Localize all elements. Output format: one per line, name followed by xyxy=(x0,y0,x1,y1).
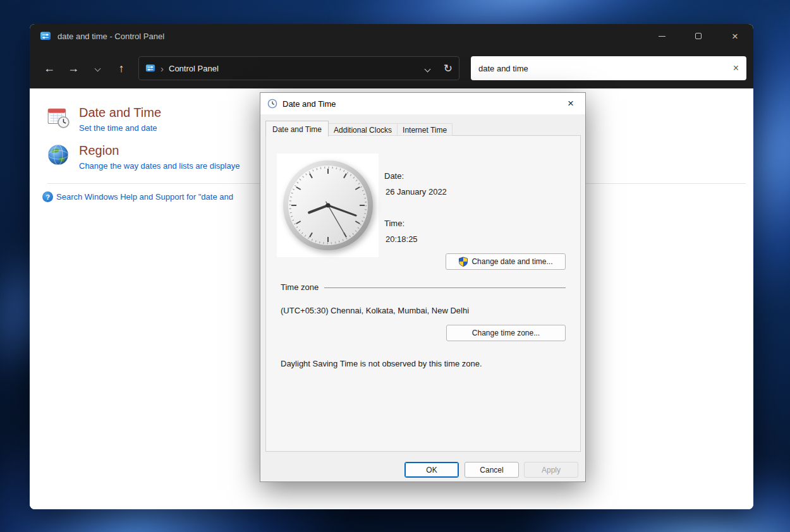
time-value: 20:18:25 xyxy=(386,234,418,244)
tab-page: Date: 26 January 2022 Time: 20:18:25 Cha… xyxy=(265,135,581,452)
change-date-time-label: Change date and time... xyxy=(471,257,552,266)
back-icon: ← xyxy=(44,62,55,75)
breadcrumb-control-panel[interactable]: Control Panel xyxy=(169,64,219,73)
tab-date-and-time[interactable]: Date and Time xyxy=(265,121,329,136)
timezone-divider xyxy=(324,287,566,288)
maximize-button[interactable] xyxy=(680,24,717,48)
chevron-down-icon xyxy=(424,66,430,72)
refresh-button[interactable]: ↻ xyxy=(444,62,453,75)
result-date-time: Date and Time Set the time and date xyxy=(46,105,161,133)
change-date-time-button[interactable]: Change date and time... xyxy=(446,253,566,270)
dialog-tabs: Date and Time Additional Clocks Internet… xyxy=(265,121,453,136)
result-sub-link[interactable]: Change the way dates and lists are displ… xyxy=(79,161,240,171)
dialog-titlebar: Date and Time × xyxy=(260,93,585,114)
back-button[interactable]: ← xyxy=(37,57,61,80)
close-icon: × xyxy=(732,31,738,42)
change-timezone-button[interactable]: Change time zone... xyxy=(446,325,566,341)
breadcrumb-separator-icon: › xyxy=(161,63,164,74)
forward-icon: → xyxy=(68,62,79,75)
help-link[interactable]: Search Windows Help and Support for "dat… xyxy=(56,192,233,202)
search-input[interactable] xyxy=(478,64,728,73)
date-time-dialog: Date and Time × Date and Time Additional… xyxy=(260,92,586,482)
change-timezone-label: Change time zone... xyxy=(472,329,540,337)
dst-note: Daylight Saving Time is not observed by … xyxy=(281,359,482,368)
help-row: ? Search Windows Help and Support for "d… xyxy=(42,191,233,202)
address-bar[interactable]: › Control Panel ↻ xyxy=(138,56,459,80)
dialog-title: Date and Time xyxy=(283,99,336,109)
timezone-group-label: Time zone xyxy=(281,282,319,292)
up-button[interactable]: ↑ xyxy=(109,57,133,80)
time-label: Time: xyxy=(384,219,404,228)
cancel-button[interactable]: Cancel xyxy=(465,462,519,478)
timezone-value: (UTC+05:30) Chennai, Kolkata, Mumbai, Ne… xyxy=(281,306,469,315)
control-panel-icon xyxy=(40,30,51,42)
analog-clock xyxy=(277,154,379,257)
search-box[interactable]: × xyxy=(471,56,746,80)
help-icon[interactable]: ? xyxy=(42,191,53,202)
window-title: date and time - Control Panel xyxy=(58,32,164,41)
result-region: Region Change the way dates and lists ar… xyxy=(46,143,240,171)
control-panel-icon-small xyxy=(145,63,155,73)
forward-button[interactable]: → xyxy=(61,57,85,80)
up-icon: ↑ xyxy=(119,62,125,75)
tab-additional-clocks[interactable]: Additional Clocks xyxy=(329,123,398,136)
chevron-down-icon xyxy=(94,65,100,71)
tab-internet-time[interactable]: Internet Time xyxy=(398,123,453,136)
date-value: 26 January 2022 xyxy=(386,187,447,196)
caption-buttons: × xyxy=(643,24,753,48)
clear-search-button[interactable]: × xyxy=(733,63,739,74)
toolbar: ← → ↑ › Control Panel ↻ × xyxy=(30,48,753,88)
result-title-link[interactable]: Date and Time xyxy=(79,105,161,120)
dialog-close-button[interactable]: × xyxy=(556,93,585,114)
window-titlebar: date and time - Control Panel × xyxy=(30,24,753,48)
globe-icon[interactable] xyxy=(46,143,70,167)
minimize-icon xyxy=(659,36,665,37)
date-label: Date: xyxy=(384,171,404,181)
recent-pages-button[interactable] xyxy=(85,57,109,80)
close-button[interactable]: × xyxy=(717,24,753,48)
apply-button[interactable]: Apply xyxy=(524,462,578,478)
dialog-clock-icon xyxy=(267,99,277,109)
ok-button[interactable]: OK xyxy=(404,462,459,478)
result-sub-link[interactable]: Set the time and date xyxy=(79,123,161,133)
minimize-button[interactable] xyxy=(643,24,680,48)
uac-shield-icon xyxy=(458,257,468,267)
calendar-clock-icon[interactable] xyxy=(46,105,70,129)
close-icon: × xyxy=(568,97,574,110)
result-title-link[interactable]: Region xyxy=(79,143,240,158)
maximize-icon xyxy=(695,33,702,39)
address-dropdown-chevron[interactable] xyxy=(425,64,430,73)
